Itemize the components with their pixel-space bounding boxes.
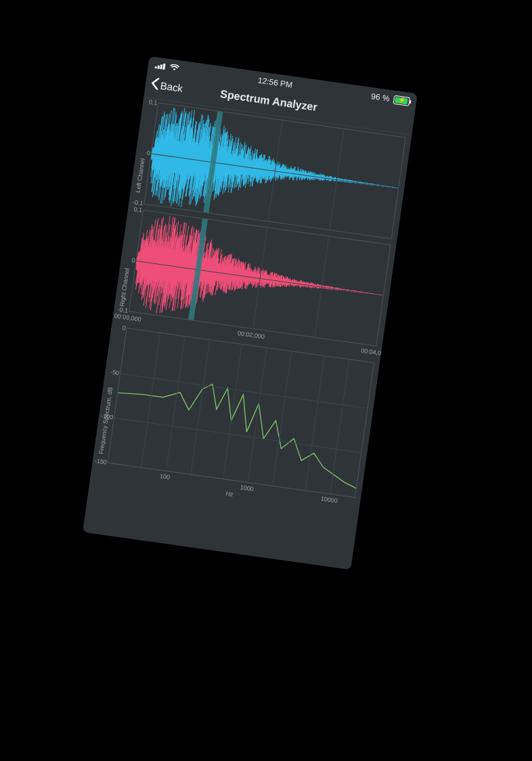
time-tick: 00:02,000 xyxy=(237,330,265,340)
y-tick: -100 xyxy=(98,412,114,421)
signal-icon xyxy=(154,61,167,72)
y-tick: -50 xyxy=(104,368,120,376)
x-tick: 10000 xyxy=(320,495,338,504)
y-tick: 0,1 xyxy=(142,97,158,106)
svg-rect-0 xyxy=(154,66,156,68)
time-tick: 00:00,000 xyxy=(114,312,141,322)
axis-label-right: Right Channel xyxy=(118,268,131,307)
y-tick: 0 xyxy=(110,323,126,332)
y-tick: 0,1 xyxy=(127,204,143,213)
svg-rect-1 xyxy=(157,66,160,69)
y-tick: 0 xyxy=(120,255,135,264)
x-axis-unit: Hz xyxy=(225,490,234,498)
svg-rect-3 xyxy=(162,64,165,70)
y-tick: -150 xyxy=(91,457,107,466)
x-tick: 1000 xyxy=(240,484,254,493)
phone-frame: 12:56 PM 96 % ⚡ Back Spectrum Analyzer L… xyxy=(83,56,418,570)
battery-percent: 96 % xyxy=(370,91,390,104)
axis-label-left: Left Channel xyxy=(135,158,146,193)
clock: 12:56 PM xyxy=(257,76,293,90)
battery-icon: ⚡ xyxy=(393,95,411,106)
svg-rect-2 xyxy=(160,64,162,69)
y-tick: 0 xyxy=(135,148,150,156)
spectrum-chart[interactable]: Hz 0-50-100-150100100010000 xyxy=(108,328,375,498)
wifi-icon xyxy=(169,63,180,74)
time-tick: 00:04,000 xyxy=(361,347,389,357)
x-tick: 100 xyxy=(159,473,170,481)
